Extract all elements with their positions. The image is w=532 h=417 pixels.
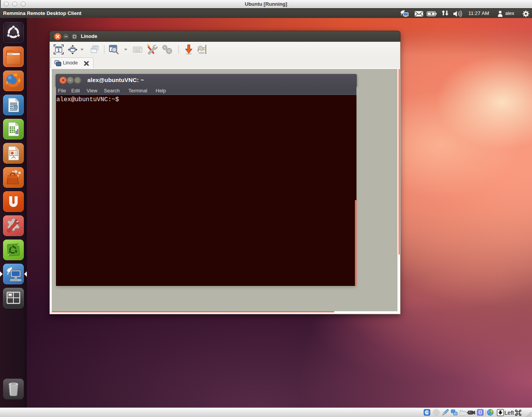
svg-text:1: 1 [57,48,60,53]
svg-text:Left: Left [504,409,514,416]
